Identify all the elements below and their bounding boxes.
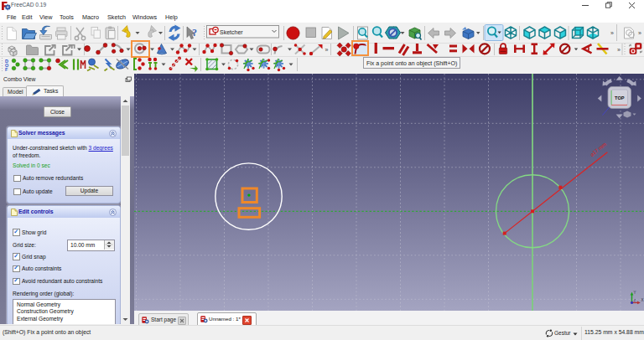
svg-text:Sketcher: Sketcher bbox=[220, 29, 243, 35]
svg-text:?: ? bbox=[192, 27, 197, 39]
svg-text:»: » bbox=[610, 30, 614, 36]
svg-text:»: » bbox=[617, 47, 621, 53]
svg-text:Y: Y bbox=[634, 291, 636, 295]
svg-text:»: » bbox=[325, 47, 329, 53]
svg-text:»: » bbox=[638, 30, 641, 36]
svg-text:TOP: TOP bbox=[615, 95, 625, 100]
svg-text:X: X bbox=[641, 298, 644, 302]
